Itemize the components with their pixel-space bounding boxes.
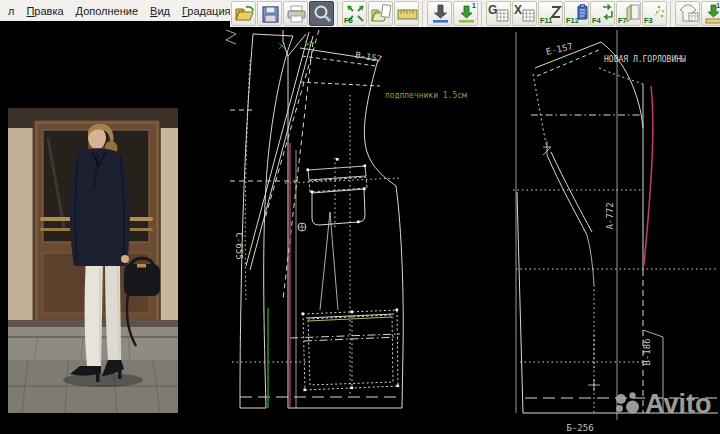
toolbar-button-shirt-table[interactable] — [675, 1, 700, 26]
toolbar-button-open[interactable] — [231, 1, 256, 26]
toolbar-button-zoom[interactable] — [309, 1, 334, 26]
folder-page-icon — [369, 2, 394, 27]
watermark: Avito — [611, 390, 712, 418]
garment-icon — [676, 2, 701, 27]
toolbar-button-f12-clipboard[interactable]: F12 — [564, 1, 589, 26]
toolbar-button-f11-z[interactable]: F11 — [538, 1, 563, 26]
bottom-width-measure-label: Б-256 — [566, 423, 593, 433]
toolbar-button-x-table[interactable]: X — [512, 1, 537, 26]
save-floppy-icon — [258, 2, 283, 27]
toolbar: F6 1 — [230, 0, 720, 27]
toolbar-button-arrow-down-ruler[interactable]: 11 — [701, 1, 720, 26]
menu-item-addition[interactable]: Дополнение — [71, 3, 143, 19]
menu-item-grading[interactable]: Градация — [177, 3, 236, 19]
new-neckline-note: НОВАЯ Л.ГОРЛОВИНЫ — [604, 55, 686, 64]
printer-icon — [284, 2, 309, 27]
toolbar-button-f7-door[interactable]: F7 — [616, 1, 641, 26]
toolbar-button-measure-tape[interactable] — [394, 1, 419, 26]
button-key-label: F12 — [566, 17, 579, 25]
toolbar-separator — [670, 1, 674, 26]
button-key-label: F6 — [344, 17, 353, 25]
toolbar-button-f4-refresh[interactable]: F4 — [590, 1, 615, 26]
button-key-label: 1 — [472, 2, 476, 10]
toolbar-button-arrow-down[interactable] — [427, 1, 452, 26]
button-letter-label: G — [488, 4, 497, 16]
back-length-measure-label: А-772 — [605, 202, 615, 229]
magnifier-icon — [310, 2, 335, 27]
toolbar-separator — [422, 1, 426, 26]
hem-height-measure-label: В-186 — [642, 338, 652, 365]
shoulder-pads-note: подплечники 1.5см — [385, 91, 467, 100]
toolbar-button-f3-sparkle[interactable]: F3 — [642, 1, 667, 26]
side-length-measure-label: С-655 — [234, 232, 244, 259]
toolbar-button-f6-move[interactable]: F6 — [342, 1, 367, 26]
button-key-label: F4 — [592, 17, 601, 25]
watermark-brand-text: Avito — [645, 391, 712, 418]
menu-bar: л Правка Дополнение Вид Градация Меж — [0, 0, 230, 21]
button-letter-label: X — [514, 4, 522, 16]
toolbar-button-print[interactable] — [283, 1, 308, 26]
button-key-label: F11 — [540, 17, 553, 25]
button-key-label: F3 — [644, 17, 653, 25]
menu-item-file-fragment[interactable]: л — [3, 3, 19, 19]
button-key-label: F7 — [618, 17, 627, 25]
arrow-down-icon — [428, 2, 453, 27]
button-key-label: 11 — [716, 2, 720, 10]
toolbar-button-folder-page[interactable] — [368, 1, 393, 26]
toolbar-button-g-table[interactable]: G — [486, 1, 511, 26]
open-folder-icon — [232, 2, 257, 27]
menu-item-view[interactable]: Вид — [145, 3, 175, 19]
toolbar-button-save[interactable] — [257, 1, 282, 26]
photo-woman-outfit — [8, 108, 178, 413]
app-window: В-157 Е-157 С-655 А-772 В-186 Б-256 подп… — [0, 0, 720, 434]
menu-item-edit[interactable]: Правка — [21, 3, 68, 19]
toolbar-separator — [481, 1, 485, 26]
measuring-tape-icon — [395, 2, 420, 27]
toolbar-button-arrow-down-1[interactable]: 1 — [453, 1, 478, 26]
avito-logo-icon — [611, 390, 643, 418]
toolbar-separator — [337, 1, 341, 26]
